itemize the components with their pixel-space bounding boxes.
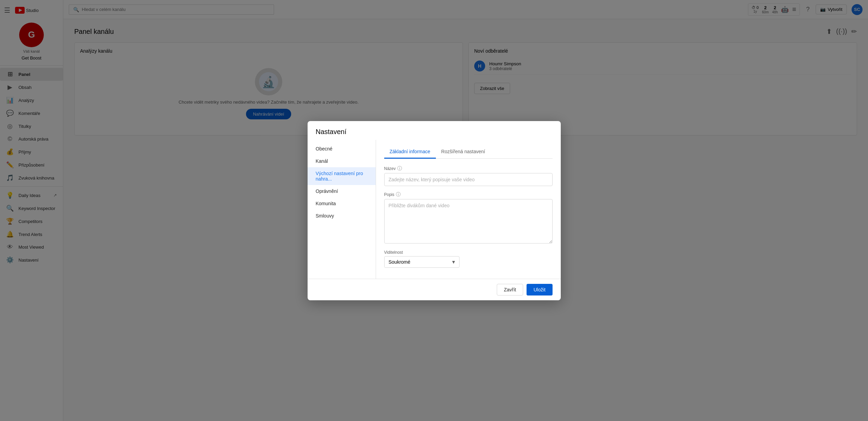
nazev-input[interactable]	[384, 173, 553, 186]
nazev-help-icon[interactable]: ⓘ	[397, 166, 402, 172]
modal-nav-smlouvy[interactable]: Smlouvy	[308, 210, 376, 222]
popis-form-group: Popis ⓘ	[384, 192, 553, 245]
viditelnost-label: Viditelnost	[384, 250, 553, 255]
save-button[interactable]: Uložit	[527, 284, 552, 295]
modal-tabs: Základní informace Rozšířená nastavení	[384, 145, 553, 159]
tab-zakladni[interactable]: Základní informace	[384, 145, 436, 159]
modal-nav-obecne[interactable]: Obecné	[308, 143, 376, 155]
modal-footer: Zavřít Uložit	[308, 279, 561, 300]
modal-sidebar: Obecné Kanál Výchozí nastavení pro nahra…	[308, 140, 376, 279]
modal-title: Nastavení	[316, 128, 347, 135]
modal-header: Nastavení	[308, 121, 561, 140]
popis-textarea[interactable]	[384, 199, 553, 244]
modal-nav-komunita[interactable]: Komunita	[308, 197, 376, 210]
popis-help-icon[interactable]: ⓘ	[396, 192, 401, 198]
viditelnost-select[interactable]: Soukromé Neveřejné Veřejné	[384, 256, 459, 268]
modal-nav-kanal[interactable]: Kanál	[308, 155, 376, 167]
viditelnost-form-group: Viditelnost Soukromé Neveřejné Veřejné ▼	[384, 250, 553, 268]
tab-rozsirena[interactable]: Rozšířená nastavení	[436, 145, 491, 159]
cancel-button[interactable]: Zavřít	[497, 284, 523, 295]
viditelnost-select-wrapper: Soukromé Neveřejné Veřejné ▼	[384, 256, 459, 268]
nazev-form-group: Název ⓘ	[384, 166, 553, 186]
modal-nav-opravneni[interactable]: Oprávnění	[308, 185, 376, 197]
modal-body: Obecné Kanál Výchozí nastavení pro nahra…	[308, 140, 561, 279]
popis-label: Popis ⓘ	[384, 192, 553, 198]
settings-modal: Nastavení Obecné Kanál Výchozí nastavení…	[308, 121, 561, 300]
nazev-label: Název ⓘ	[384, 166, 553, 172]
modal-main-content: Základní informace Rozšířená nastavení N…	[376, 140, 561, 279]
modal-overlay[interactable]: Nastavení Obecné Kanál Výchozí nastavení…	[0, 0, 868, 421]
modal-nav-vychozi[interactable]: Výchozí nastavení pro nahra...	[308, 167, 376, 185]
